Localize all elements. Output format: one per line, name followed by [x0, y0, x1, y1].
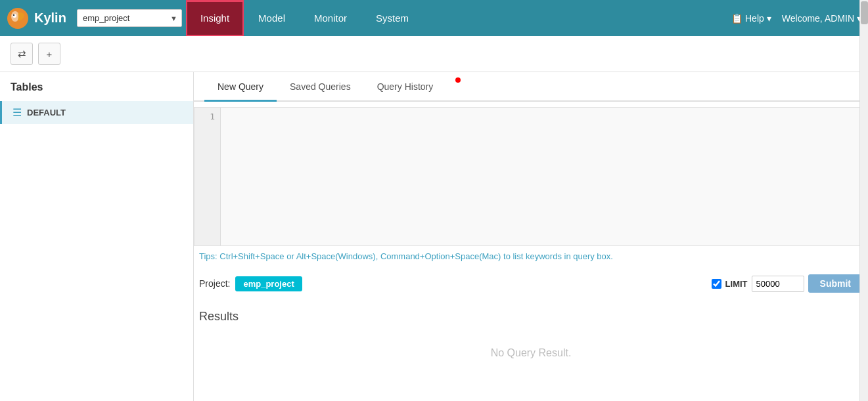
- share-button[interactable]: ⇄: [11, 43, 33, 65]
- scrollbar-thumb[interactable]: [861, 1, 868, 24]
- scrollbar[interactable]: [859, 0, 868, 401]
- tab-query-history[interactable]: Query History: [364, 72, 447, 102]
- tab-saved-queries[interactable]: Saved Queries: [277, 72, 364, 102]
- nav-tab-monitor[interactable]: Monitor: [300, 0, 361, 36]
- line-numbers: 1: [194, 108, 221, 245]
- tips-text: Tips: Ctrl+Shift+Space or Alt+Space(Wind…: [194, 246, 868, 268]
- sidebar: Tables ☰ DEFAULT: [0, 72, 194, 401]
- toolbar: ⇄ +: [0, 36, 868, 72]
- svg-point-3: [13, 14, 14, 15]
- project-badge: emp_project: [235, 276, 302, 291]
- results-title: Results: [199, 310, 863, 324]
- sidebar-item-default[interactable]: ☰ DEFAULT: [0, 101, 193, 124]
- project-dropdown[interactable]: emp_project: [77, 9, 182, 27]
- content-area: New Query Saved Queries Query History 1 …: [194, 72, 868, 401]
- help-chevron-icon: ▾: [767, 13, 771, 24]
- limit-label: LIMIT: [725, 279, 748, 289]
- table-icon: ☰: [12, 106, 22, 119]
- main-layout: Tables ☰ DEFAULT New Query Saved Queries…: [0, 72, 868, 401]
- results-section: Results No Query Result.: [194, 299, 868, 383]
- limit-row: LIMIT Submit: [712, 274, 863, 293]
- help-button[interactable]: 📋 Help ▾: [731, 13, 771, 24]
- no-results-message: No Query Result.: [199, 334, 863, 372]
- brand-name: Kylin: [34, 11, 66, 26]
- query-tabs: New Query Saved Queries Query History: [194, 72, 868, 102]
- project-label: Project:: [199, 278, 230, 289]
- sidebar-item-label: DEFAULT: [27, 108, 66, 117]
- nav-tab-insight[interactable]: Insight: [186, 0, 244, 36]
- query-editor-container: 1: [194, 107, 868, 246]
- tab-indicator: [455, 77, 461, 83]
- svg-point-2: [12, 14, 16, 18]
- nav-tab-model[interactable]: Model: [244, 0, 300, 36]
- tab-new-query[interactable]: New Query: [204, 72, 277, 102]
- help-label: Help: [745, 13, 764, 24]
- share-icon: ⇄: [18, 48, 26, 60]
- welcome-label: Welcome, ADMIN: [782, 13, 854, 24]
- limit-input[interactable]: [752, 276, 804, 292]
- nav-tabs: Insight Model Monitor System: [186, 0, 423, 36]
- brand: Kylin: [7, 7, 66, 30]
- limit-checkbox[interactable]: [712, 279, 721, 289]
- brand-logo: [7, 7, 29, 30]
- sidebar-title: Tables: [0, 81, 193, 101]
- add-button[interactable]: +: [38, 43, 60, 65]
- nav-right: 📋 Help ▾ Welcome, ADMIN ▾: [731, 13, 861, 24]
- submit-button[interactable]: Submit: [808, 274, 863, 293]
- help-icon: 📋: [731, 13, 742, 24]
- project-row: Project: emp_project LIMIT Submit: [194, 268, 868, 299]
- welcome-button[interactable]: Welcome, ADMIN ▾: [782, 13, 861, 24]
- add-icon: +: [47, 49, 53, 60]
- nav-tab-system[interactable]: System: [361, 0, 423, 36]
- project-selector[interactable]: emp_project ▼: [77, 9, 182, 27]
- query-input[interactable]: [221, 108, 867, 245]
- line-number-1: 1: [210, 112, 215, 121]
- navbar: Kylin emp_project ▼ Insight Model Monito…: [0, 0, 868, 36]
